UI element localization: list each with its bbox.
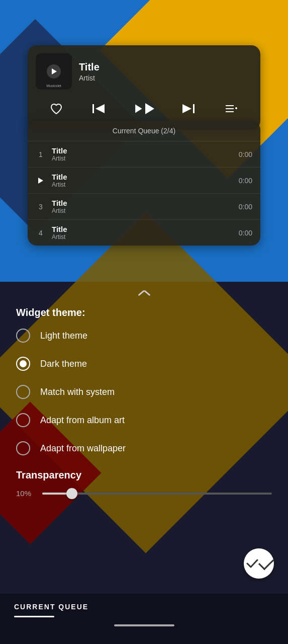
transparency-value: 10% xyxy=(16,489,34,498)
queue-now-playing-icon xyxy=(36,176,46,186)
queue-artist-3: Artist xyxy=(52,207,233,214)
transparency-slider-track xyxy=(42,493,272,495)
queue-add-icon xyxy=(225,103,238,114)
queue-add-button[interactable] xyxy=(223,101,240,116)
queue-duration-3: 0:00 xyxy=(239,203,252,211)
queue-artist-1: Artist xyxy=(52,155,233,162)
bottom-bar-label: CURRENT QUEUE xyxy=(0,603,288,611)
theme-wallpaper-radio[interactable] xyxy=(16,441,30,455)
svg-marker-2 xyxy=(136,104,142,113)
svg-marker-1 xyxy=(95,104,105,113)
heart-icon xyxy=(50,103,62,114)
queue-duration-4: 0:00 xyxy=(239,229,252,237)
queue-num-4: 4 xyxy=(36,229,46,237)
theme-light-option[interactable]: Light theme xyxy=(16,329,272,343)
theme-system-label: Match with system xyxy=(40,387,115,397)
chevron-up-icon xyxy=(137,286,152,294)
queue-track-4: Title Artist xyxy=(52,225,233,240)
checkmark-icon xyxy=(245,556,259,571)
prev-icon xyxy=(91,103,106,114)
transparency-slider-thumb[interactable] xyxy=(66,488,77,499)
queue-header: Current Queue (2/4) xyxy=(28,121,260,141)
theme-album-label: Adapt from album art xyxy=(40,415,125,426)
app-label: Musicolet xyxy=(46,84,61,88)
queue-item: 1 Title Artist 0:00 xyxy=(28,141,260,168)
like-button[interactable] xyxy=(48,101,64,116)
transparency-label: Transparency xyxy=(16,469,272,481)
theme-light-radio[interactable] xyxy=(16,329,30,343)
queue-item-4: 4 Title Artist 0:00 xyxy=(28,220,260,246)
collapse-chevron[interactable] xyxy=(137,286,152,294)
widget-top: Musicolet Title Artist xyxy=(36,53,252,90)
theme-album-option[interactable]: Adapt from album art xyxy=(16,413,272,427)
album-play-icon xyxy=(47,64,61,78)
theme-wallpaper-option[interactable]: Adapt from wallpaper xyxy=(16,441,272,455)
queue-card: Current Queue (2/4) 1 Title Artist 0:00 … xyxy=(28,121,260,246)
play-icon xyxy=(132,100,143,118)
queue-item-3: 3 Title Artist 0:00 xyxy=(28,194,260,220)
album-art: Musicolet xyxy=(36,53,72,90)
queue-title-1: Title xyxy=(52,146,233,155)
bottom-nav-indicator xyxy=(114,624,174,626)
queue-title-2: Title xyxy=(52,173,233,181)
track-artist: Artist xyxy=(79,74,252,82)
svg-marker-4 xyxy=(182,104,191,113)
confirm-fab[interactable] xyxy=(244,548,274,579)
settings-panel: Widget theme: Light theme Dark theme Mat… xyxy=(0,297,288,508)
bottom-bar-underline xyxy=(14,616,54,617)
queue-artist-2: Artist xyxy=(52,181,233,188)
queue-duration-1: 0:00 xyxy=(239,150,252,158)
queue-title-4: Title xyxy=(52,225,233,233)
theme-light-label: Light theme xyxy=(40,331,87,341)
queue-track-2: Title Artist xyxy=(52,173,233,188)
prev-button[interactable] xyxy=(89,101,108,116)
bottom-bar: CURRENT QUEUE xyxy=(0,594,288,644)
track-info: Title Artist xyxy=(79,61,252,82)
transparency-section: Transparency 10% xyxy=(16,469,272,498)
widget-card: Musicolet Title Artist xyxy=(28,45,260,130)
play-button[interactable] xyxy=(132,98,154,120)
theme-system-option[interactable]: Match with system xyxy=(16,385,272,399)
queue-artist-4: Artist xyxy=(52,233,233,240)
next-button[interactable] xyxy=(179,101,198,116)
queue-item-active: Title Artist 0:00 xyxy=(28,168,260,194)
svg-rect-3 xyxy=(193,104,195,113)
theme-album-radio[interactable] xyxy=(16,413,30,427)
widget-controls xyxy=(36,96,252,122)
theme-dark-label: Dark theme xyxy=(40,359,87,369)
queue-title-3: Title xyxy=(52,199,233,207)
queue-track-3: Title Artist xyxy=(52,199,233,214)
theme-system-radio[interactable] xyxy=(16,385,30,399)
theme-dark-radio[interactable] xyxy=(16,357,30,371)
widget-theme-label: Widget theme: xyxy=(16,307,272,318)
queue-num-1: 1 xyxy=(36,150,46,158)
next-icon xyxy=(181,103,196,114)
theme-dark-option[interactable]: Dark theme xyxy=(16,357,272,371)
track-title: Title xyxy=(79,61,252,73)
queue-track-1: Title Artist xyxy=(52,146,233,162)
transparency-slider-row: 10% xyxy=(16,489,272,498)
queue-num-3: 3 xyxy=(36,203,46,211)
queue-duration-2: 0:00 xyxy=(239,177,252,185)
theme-wallpaper-label: Adapt from wallpaper xyxy=(40,443,126,454)
svg-rect-0 xyxy=(92,104,94,113)
